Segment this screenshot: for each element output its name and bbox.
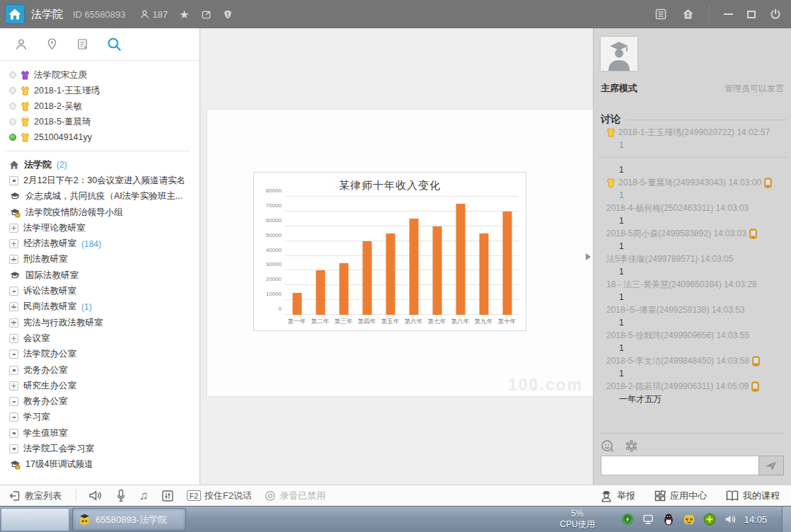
show-desktop-button[interactable]	[782, 507, 791, 532]
notice-tab-icon[interactable]	[76, 37, 89, 51]
channel-name: 法学院办公室	[23, 348, 76, 360]
network-tray-icon[interactable]	[642, 513, 654, 526]
channel-row[interactable]: 2月12日下午2：30会议室进入频道请实名	[9, 173, 200, 188]
taskbar-window-title: 65580893-法学院	[96, 514, 167, 526]
titlebar-controls	[640, 6, 791, 22]
channel-row[interactable]: 法学院疫情防治领导小组	[9, 204, 200, 220]
member-row[interactable]: 2018-1-王玉瑾琇	[9, 83, 200, 98]
message-sender-time: 2018-5-李文洁(2499848450) 14:03:58	[606, 355, 749, 367]
favorite-star-icon[interactable]: ★	[179, 8, 189, 21]
channel-row[interactable]: 众志成城，共同抗疫（AI法学实验班主...	[9, 189, 200, 204]
channel-name: 国际法教研室	[25, 270, 79, 282]
channel-row[interactable]: 诉讼法教研室	[9, 283, 200, 299]
classroom-cap-lock-icon	[9, 207, 21, 218]
app-center-label: 应用中心	[670, 490, 707, 502]
subchannel-dot-icon	[9, 287, 18, 296]
channel-row[interactable]: 学习室	[9, 410, 200, 425]
channel-row[interactable]: 刑法教研室	[9, 252, 200, 267]
y-tick-label: 20000	[266, 276, 282, 282]
channel-name: 17级4班调试频道	[25, 458, 93, 470]
power-close-button[interactable]	[770, 8, 781, 20]
bar	[292, 293, 301, 315]
search-tab-icon[interactable]	[106, 36, 122, 52]
channel-row[interactable]: 法学院办公室	[9, 347, 200, 362]
member-row[interactable]: 2018-2-吴敏	[9, 98, 200, 114]
mixer-icon[interactable]	[161, 490, 174, 502]
settings-flower-icon[interactable]	[625, 439, 638, 453]
music-icon[interactable]: ♫	[139, 490, 149, 502]
channel-row[interactable]: 法学理论教研室	[9, 220, 200, 236]
classroom-list-button[interactable]: 教室列表	[8, 490, 62, 502]
chart-title: 某律师十年收入变化	[254, 179, 526, 192]
channel-row[interactable]: 法学院工会学习室	[9, 441, 200, 456]
message-header: 法5李佳璇(2499789571) 14:03:05	[598, 253, 790, 265]
taskbar-button-active[interactable]: 65580893-法学院	[72, 508, 186, 531]
subchannel-dot-icon	[9, 397, 18, 406]
push-to-talk-label: 按住F2说话	[204, 490, 252, 502]
my-courses-button[interactable]: 我的课程	[725, 490, 780, 502]
channel-row[interactable]: 民商法教研室 (1)	[9, 299, 200, 315]
channel-row[interactable]: 17级4班调试频道	[9, 457, 200, 473]
channel-row[interactable]: 国际法教研室	[9, 267, 200, 283]
channel-row[interactable]: 学生值班室	[9, 425, 200, 441]
report-button[interactable]: 举报	[599, 489, 635, 503]
app-home-icon[interactable]	[5, 4, 25, 24]
push-to-talk-button[interactable]: F2 按住F2说话	[187, 490, 252, 502]
chat-input[interactable]	[601, 456, 758, 475]
location-tab-icon[interactable]	[45, 37, 59, 51]
book-icon	[725, 490, 739, 502]
maximize-button[interactable]	[747, 11, 756, 18]
qq-tray-icon[interactable]	[662, 513, 675, 526]
bar-slot	[495, 197, 519, 315]
taskbar-button-empty[interactable]	[1, 508, 69, 531]
cpu-label: CPU使用	[545, 519, 610, 530]
green-plus-tray-icon[interactable]	[703, 513, 716, 526]
member-row[interactable]: 法学院宋立庚	[9, 67, 200, 83]
toolbar-left-group: 教室列表 ♫ F2 按住F2说话 录音已禁用	[0, 489, 338, 503]
send-button[interactable]	[758, 456, 784, 475]
online-status-icon	[9, 134, 16, 141]
channel-row[interactable]: 宪法与行政法教研室	[9, 315, 200, 330]
yy-tray-icon[interactable]	[683, 513, 695, 526]
x-tick-label: 第一年	[285, 318, 308, 326]
bar-slot	[472, 197, 495, 315]
channel-row[interactable]: 党务办公室	[9, 362, 200, 378]
emoticon-icon[interactable]: A	[601, 439, 615, 453]
message-content: 1	[598, 139, 790, 151]
message-sender-time: 法5李佳璇(2499789571) 14:03:05	[606, 253, 733, 265]
minimize-button[interactable]	[724, 13, 733, 15]
f2-key-icon: F2	[187, 490, 201, 501]
taskbar-clock: 14:05	[734, 507, 777, 532]
members-tab-icon[interactable]	[14, 37, 28, 52]
collapse-panel-arrow-icon[interactable]	[586, 253, 591, 260]
offline-status-icon	[9, 87, 16, 94]
x-tick-label: 第十年	[495, 318, 519, 326]
classroom-cap-lock-icon	[9, 459, 21, 470]
subchannel-plus-icon	[9, 239, 18, 248]
bar-slot	[285, 197, 308, 315]
message-sender-time: 2018-5-徐靓玮(2499909656) 14:03:55	[606, 330, 749, 342]
presenter-avatar[interactable]	[601, 37, 637, 71]
channel-row[interactable]: 研究生办公室	[9, 378, 200, 393]
antivirus-shield-tray-icon[interactable]	[621, 513, 634, 526]
channel-row[interactable]: 教务办公室	[9, 393, 200, 409]
channel-row[interactable]: 法学院 (2)	[9, 157, 200, 173]
classroom-cap-icon	[9, 270, 21, 281]
channel-home-icon[interactable]	[681, 8, 695, 21]
channel-row[interactable]: 会议室	[9, 330, 200, 346]
x-tick-label: 第四年	[355, 318, 379, 326]
app-center-button[interactable]: 应用中心	[654, 490, 707, 502]
channel-home-icon	[9, 160, 19, 170]
microphone-icon[interactable]	[115, 489, 127, 503]
channel-name: 经济法教研室	[23, 238, 76, 250]
notes-list-icon[interactable]	[654, 8, 667, 21]
member-row[interactable]: 2510049141yy	[9, 129, 200, 145]
exit-door-icon	[8, 490, 21, 502]
speaker-icon[interactable]	[88, 489, 103, 502]
chat-message-list[interactable]: 2018-1-王玉瑾琇(2499020722) 14:02:57 11 2018…	[598, 126, 790, 430]
channel-row[interactable]: 经济法教研室 (184)	[9, 236, 200, 251]
member-row[interactable]: 2018-5-董晨琦	[9, 114, 200, 129]
list-separator	[4, 151, 190, 151]
security-shield-icon[interactable]	[223, 9, 233, 20]
popout-icon[interactable]	[201, 9, 212, 20]
